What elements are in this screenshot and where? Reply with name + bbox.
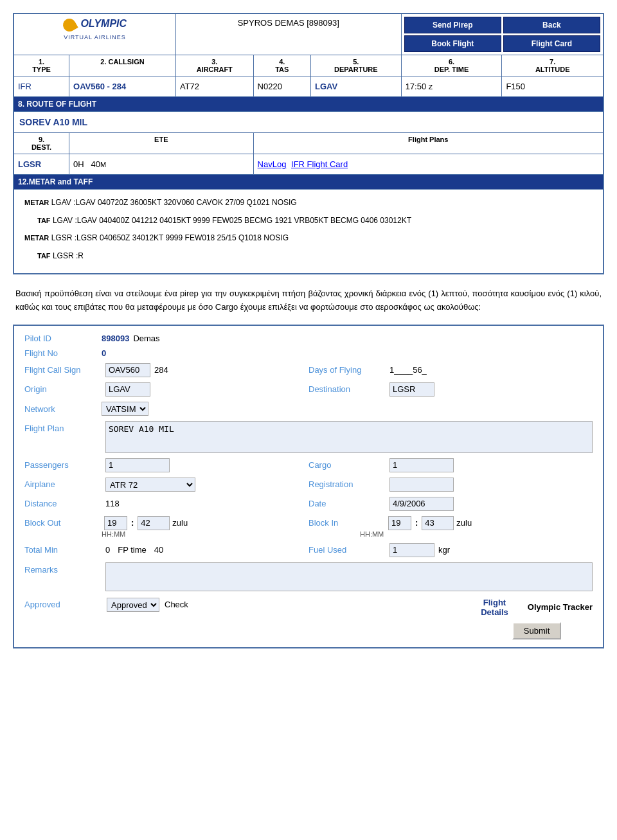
tracker-details-row: FlightDetails Olympic Tracker — [481, 598, 593, 617]
flight-plan-row: Flight Plan SOREV A10 MIL — [24, 421, 593, 453]
flight-details-link[interactable]: FlightDetails — [481, 598, 508, 617]
origin-input[interactable] — [105, 382, 150, 397]
distance-section: Distance 118 — [24, 497, 308, 511]
block-out-section: Block Out : zulu HH:MM — [24, 516, 308, 538]
fuel-used-input[interactable] — [389, 543, 434, 557]
col-flightplans-header: Flight Plans — [253, 133, 604, 154]
days-of-flying-label: Days of Flying — [308, 365, 386, 375]
col-tas-header: 4. TAS — [253, 55, 310, 76]
block-out-time-sep: : — [131, 518, 134, 528]
navlog-links: NavLog IFR Flight Card — [253, 154, 604, 175]
submit-button[interactable]: Submit — [512, 622, 561, 639]
total-min-value: 0 — [105, 545, 110, 555]
dest-data-row: LGSR 0H 40M NavLog IFR Flight Card — [13, 154, 604, 175]
block-in-time-sep: : — [415, 518, 418, 528]
passengers-cargo-row: Passengers Cargo — [24, 458, 593, 472]
block-out-hhmm-label: HH:MM — [24, 530, 308, 538]
metar-header-row: 12.METAR and TAFF — [13, 175, 604, 190]
pilot-name-cell: SPYROS DEMAS [898093] — [175, 13, 401, 55]
taf2-row: TAF LGSR :R — [24, 249, 593, 264]
col-callsign-header: 2. CALLSIGN — [69, 55, 176, 76]
origin-section: Origin — [24, 382, 308, 397]
remarks-label: Remarks — [24, 562, 102, 575]
metar2-label: METAR — [24, 234, 49, 242]
network-label: Network — [24, 404, 102, 414]
date-section: Date — [308, 497, 593, 511]
metar1-text: LGAV :LGAV 040720Z 36005KT 320V060 CAVOK… — [51, 198, 297, 207]
metar-section-header: 12.METAR and TAFF — [13, 175, 604, 190]
distance-date-row: Distance 118 Date — [24, 497, 593, 511]
flight-call-sign-input[interactable] — [105, 363, 150, 377]
col-ete-header: ETE — [69, 133, 254, 154]
date-input[interactable] — [389, 497, 454, 511]
airplane-registration-row: Airplane ATR 72 Boeing 737 A320 Registra… — [24, 478, 593, 492]
block-out-label: Block Out — [24, 518, 102, 528]
logo-bird-icon — [60, 16, 78, 33]
remarks-textarea[interactable] — [105, 562, 593, 591]
total-min-fuel-row: Total Min 0 FP time 40 Fuel Used kgr — [24, 543, 593, 557]
taf2-label: TAF — [24, 252, 51, 260]
block-in-hhmm-label: HH:MM — [308, 530, 593, 538]
passengers-input[interactable] — [105, 458, 170, 472]
passengers-section: Passengers — [24, 458, 308, 472]
date-label: Date — [308, 499, 386, 508]
block-out-zulu: zulu — [172, 518, 188, 528]
send-pirep-button[interactable]: Send Pirep — [404, 17, 501, 33]
navlog-link[interactable]: NavLog — [258, 159, 287, 169]
flight-aircraft: AT72 — [175, 76, 253, 97]
destination-section: Destination — [308, 382, 593, 397]
call-sign-days-row: Flight Call Sign 284 Days of Flying 1___… — [24, 363, 593, 377]
logo-container: OLYMPIC VIRTUAL AIRLINES — [21, 18, 169, 41]
origin-label: Origin — [24, 384, 102, 394]
dest-value: LGSR — [13, 154, 69, 175]
registration-input[interactable] — [389, 478, 454, 492]
metar1-label: METAR — [24, 199, 49, 206]
pilot-name-value: Demas — [133, 334, 159, 343]
logo-text: OLYMPIC — [80, 18, 127, 29]
destination-label: Destination — [308, 384, 386, 394]
passengers-label: Passengers — [24, 460, 102, 470]
block-in-zulu: zulu — [456, 518, 472, 528]
total-min-section: Total Min 0 FP time 40 — [24, 543, 308, 557]
flight-plan-textarea[interactable]: SOREV A10 MIL — [105, 421, 593, 453]
flight-tas: N0220 — [253, 76, 310, 97]
taf2-text: LGSR :R — [53, 251, 84, 260]
block-out-in-row: Block Out : zulu HH:MM Block In : zulu H… — [24, 516, 593, 538]
fuel-used-label: Fuel Used — [308, 545, 386, 555]
flight-callsign: OAV560 - 284 — [69, 76, 176, 97]
remarks-row: Remarks — [24, 562, 593, 591]
fuel-used-unit: kgr — [438, 545, 450, 555]
registration-label: Registration — [308, 479, 386, 489]
pilot-id-label: Pilot ID — [24, 334, 102, 343]
taf1-text: LGAV :LGAV 040400Z 041212 04015KT 9999 F… — [53, 216, 411, 225]
fp-time-value: 40 — [154, 545, 163, 555]
destination-input[interactable] — [389, 382, 434, 397]
cargo-input[interactable] — [389, 458, 454, 472]
action-buttons-cell: Send Pirep Back Book Flight Flight Card — [401, 13, 604, 55]
cargo-label: Cargo — [308, 460, 386, 470]
block-out-hh-input[interactable] — [104, 516, 127, 530]
approved-select[interactable]: Approved Pending Rejected — [107, 598, 159, 612]
network-select[interactable]: VATSIM IVAO Other — [102, 402, 148, 416]
back-button[interactable]: Back — [503, 17, 600, 33]
logo-cell: OLYMPIC VIRTUAL AIRLINES — [13, 13, 175, 55]
pilot-id-row: Pilot ID 898093 Demas — [24, 334, 593, 343]
flight-plan-table: OLYMPIC VIRTUAL AIRLINES SPYROS DEMAS [8… — [13, 13, 604, 274]
call-sign-section: Flight Call Sign 284 — [24, 363, 308, 377]
pilot-id-value: 898093 — [102, 334, 129, 343]
airplane-select[interactable]: ATR 72 Boeing 737 A320 — [105, 478, 195, 492]
ifr-flight-card-link[interactable]: IFR Flight Card — [291, 159, 348, 169]
airplane-section: Airplane ATR 72 Boeing 737 A320 — [24, 478, 308, 492]
block-in-hh-input[interactable] — [388, 516, 411, 530]
check-label: Check — [165, 600, 188, 609]
metar2-row: METAR LGSR :LGSR 040650Z 34012KT 9999 FE… — [24, 231, 593, 246]
col-type-header: 1. TYPE — [13, 55, 69, 76]
flight-call-sign-label: Flight Call Sign — [24, 365, 102, 375]
flight-no-value: 0 — [102, 348, 106, 358]
book-flight-button[interactable]: Book Flight — [404, 35, 501, 52]
block-in-mm-input[interactable] — [422, 516, 454, 530]
distance-value: 118 — [105, 499, 120, 508]
block-out-mm-input[interactable] — [138, 516, 170, 530]
flight-plan-label: Flight Plan — [24, 421, 102, 433]
flight-card-button[interactable]: Flight Card — [503, 35, 600, 52]
